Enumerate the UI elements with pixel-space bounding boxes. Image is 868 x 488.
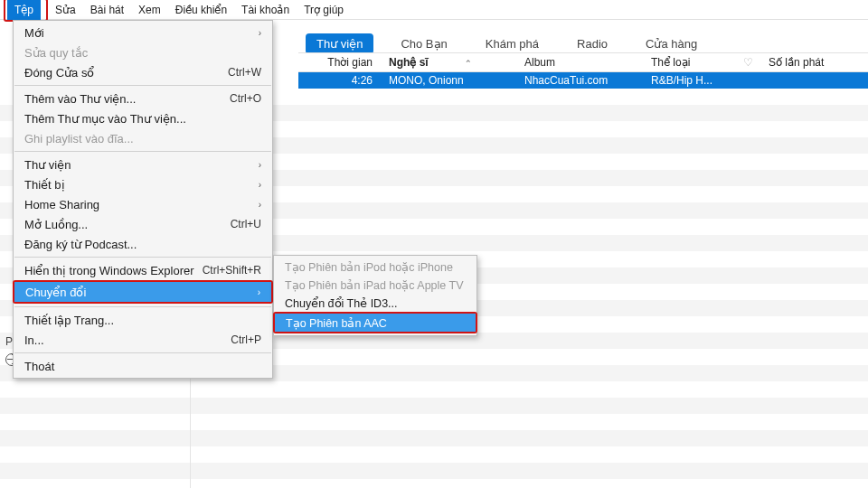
menu-item[interactable]: Tạo Phiên bản AAC: [275, 314, 476, 332]
table-row-selected[interactable]: 4:26 MONO, Onionn NhacCuaTui.com R&B/Hip…: [298, 72, 868, 89]
file-menu: Mới›Sửa quy tắcĐóng Cửa sổCtrl+WThêm vào…: [13, 20, 273, 379]
menu-item[interactable]: Mở Luồng...Ctrl+U: [14, 214, 272, 234]
menu-item-label: Home Sharing: [24, 198, 253, 211]
menu-sua[interactable]: Sửa: [48, 0, 83, 20]
chevron-right-icon: ›: [259, 200, 261, 210]
menu-item[interactable]: Thoát: [14, 356, 272, 376]
menu-item-label: Thêm Thư mục vào Thư viện...: [24, 112, 261, 126]
highlight-box: Tạo Phiên bản AAC: [273, 312, 477, 333]
chevron-right-icon: ›: [259, 160, 261, 170]
col-plays[interactable]: Số lần phát: [761, 56, 868, 69]
menu-item[interactable]: Thêm vào Thư viện...Ctrl+O: [14, 89, 272, 108]
menu-item-label: Tạo Phiên bản iPod hoặc iPhone: [285, 260, 466, 274]
convert-submenu: Tạo Phiên bản iPod hoặc iPhoneTạo Phiên …: [273, 255, 477, 336]
cell-album: NhacCuaTui.com: [517, 74, 644, 87]
menubar: Tệp Sửa Bài hát Xem Điều khiển Tài khoản…: [0, 0, 868, 20]
col-genre[interactable]: Thể loại: [644, 56, 734, 69]
menu-separator: [14, 85, 271, 86]
menu-xem[interactable]: Xem: [131, 0, 168, 20]
tab-radio[interactable]: Radio: [566, 33, 618, 54]
sort-caret-icon: ⌃: [465, 59, 472, 68]
menu-shortcut: Ctrl+U: [231, 218, 261, 230]
menu-shortcut: Ctrl+Shift+R: [203, 264, 261, 277]
menu-item-label: Hiển thị trong Windows Explorer: [24, 264, 203, 277]
menu-item-label: Tạo Phiên bản iPad hoặc Apple TV: [285, 278, 466, 292]
menu-item-label: Thêm vào Thư viện...: [24, 92, 230, 106]
chevron-right-icon: ›: [259, 180, 261, 190]
menu-item-label: Tạo Phiên bản AAC: [286, 316, 465, 330]
menu-shortcut: Ctrl+P: [231, 333, 261, 346]
menu-item[interactable]: Chuyển đổi›: [14, 282, 271, 302]
menu-item: Ghi playlist vào đĩa...: [14, 128, 272, 148]
menu-item-label: Đăng ký từ Podcast...: [24, 238, 261, 251]
table-header: Thời gian Nghệ sĩ⌃ Album Thể loại ♡ Số l…: [298, 52, 868, 72]
menu-item-label: Đóng Cửa sổ: [24, 66, 228, 80]
cell-genre: R&B/Hip H...: [644, 74, 734, 87]
menu-item[interactable]: In...Ctrl+P: [14, 330, 272, 350]
menu-item[interactable]: Đóng Cửa sổCtrl+W: [14, 62, 272, 82]
menu-separator: [14, 306, 271, 307]
cell-time: 4:26: [298, 74, 382, 87]
chevron-right-icon: ›: [258, 287, 260, 297]
menu-item: Tạo Phiên bản iPad hoặc Apple TV: [274, 276, 476, 294]
menu-item: Tạo Phiên bản iPod hoặc iPhone: [274, 258, 476, 276]
col-time[interactable]: Thời gian: [298, 56, 382, 69]
menu-item-label: Thiết lập Trang...: [24, 314, 261, 327]
menu-item[interactable]: Mới›: [14, 23, 272, 42]
menu-trogiup[interactable]: Trợ giúp: [297, 0, 351, 20]
chevron-right-icon: ›: [259, 28, 261, 38]
tab-library[interactable]: Thư viện: [306, 33, 373, 54]
menu-item: Sửa quy tắc: [14, 42, 272, 62]
menu-item-label: Ghi playlist vào đĩa...: [24, 132, 261, 145]
tab-foryou[interactable]: Cho Bạn: [390, 33, 458, 54]
menu-item-label: Thoát: [24, 360, 261, 373]
menu-item[interactable]: Chuyển đổi Thẻ ID3...: [274, 294, 476, 312]
menu-baihat[interactable]: Bài hát: [83, 0, 131, 20]
menu-item[interactable]: Thêm Thư mục vào Thư viện...: [14, 108, 272, 128]
menu-item[interactable]: Hiển thị trong Windows ExplorerCtrl+Shif…: [14, 260, 272, 280]
menu-tep[interactable]: Tệp: [7, 0, 41, 20]
menu-item[interactable]: Đăng ký từ Podcast...: [14, 234, 272, 254]
menu-item[interactable]: Thiết lập Trang...: [14, 310, 272, 330]
menu-shortcut: Ctrl+W: [228, 66, 261, 79]
highlight-tep: Tệp: [4, 0, 48, 22]
col-artist-label: Nghệ sĩ: [389, 56, 429, 69]
menu-separator: [14, 151, 271, 152]
cell-artist: MONO, Onionn: [382, 74, 517, 87]
menu-item[interactable]: Thư viện›: [14, 155, 272, 174]
menu-item-label: Mở Luồng...: [24, 218, 231, 231]
col-love[interactable]: ♡: [734, 56, 761, 69]
menu-item-label: Sửa quy tắc: [24, 46, 261, 60]
menu-item-label: Chuyển đổi: [25, 286, 252, 299]
menu-item[interactable]: Thiết bị›: [14, 174, 272, 194]
tab-store[interactable]: Cửa hàng: [635, 33, 708, 54]
menu-item[interactable]: Home Sharing›: [14, 194, 272, 214]
menu-taikhoan[interactable]: Tài khoản: [234, 0, 297, 20]
menu-separator: [14, 352, 271, 353]
menu-item-label: Thiết bị: [24, 178, 253, 192]
menu-item-label: Chuyển đổi Thẻ ID3...: [285, 296, 466, 310]
col-artist[interactable]: Nghệ sĩ⌃: [382, 56, 517, 69]
menu-item-label: Thư viện: [24, 158, 253, 172]
tab-browse[interactable]: Khám phá: [475, 33, 550, 54]
menu-shortcut: Ctrl+O: [230, 92, 261, 105]
highlight-box: Chuyển đổi›: [13, 280, 273, 304]
col-album[interactable]: Album: [517, 56, 644, 69]
menu-item-label: In...: [24, 333, 231, 347]
menu-separator: [14, 257, 271, 258]
menu-dieukhien[interactable]: Điều khiển: [168, 0, 234, 20]
menu-item-label: Mới: [24, 26, 253, 40]
